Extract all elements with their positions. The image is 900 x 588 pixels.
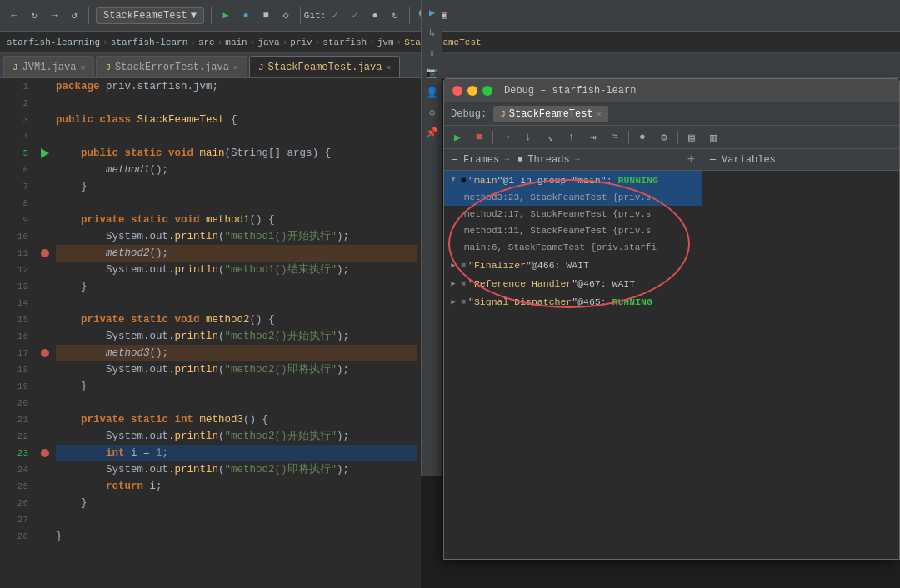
step-out-btn[interactable]: ↑ (562, 128, 582, 147)
settings-icon[interactable]: ⚙ (423, 103, 442, 122)
breakpoint-17[interactable] (41, 349, 49, 357)
force-step-btn[interactable]: ↘ (540, 128, 560, 147)
thread-icon-refhandler: ■ (461, 279, 466, 288)
bc-class[interactable]: StackFeameTest (404, 37, 481, 47)
code-line-18: System.out.println("method2()即将执行"); (56, 361, 418, 378)
bc-main[interactable]: main (225, 37, 247, 47)
bc-src[interactable]: src (198, 37, 215, 47)
thread-signal[interactable]: ▶ ■ "Signal Dispatcher"@465: RUNNING (444, 292, 702, 311)
resume-btn[interactable]: ▶ (448, 128, 468, 147)
settings-btn[interactable]: ⚙ (654, 128, 674, 147)
check-icon[interactable]: ✓ (328, 8, 342, 23)
tab-close-2[interactable]: ✕ (233, 62, 238, 72)
git-icon[interactable]: Git: (308, 8, 322, 23)
maximize-button[interactable] (482, 86, 492, 96)
stop-btn[interactable]: ■ (469, 128, 489, 147)
bc-java[interactable]: java (258, 37, 279, 47)
thread-finalizer[interactable]: ▶ ■ "Finalizer"@466: WAIT (444, 256, 702, 274)
project-name: StackFeameTest (103, 10, 188, 22)
tab-stackerror[interactable]: J StackErrorTest.java ✕ (96, 56, 247, 77)
ln-13: 13 (0, 278, 33, 295)
thread-refhandler[interactable]: ▶ ■ "Reference Handler"@467: WAIT (444, 274, 702, 292)
frame-method2[interactable]: method2:17, StackFeameTest {priv.s (444, 206, 702, 222)
ln-9: 9 (0, 212, 33, 228)
mute-btn[interactable]: ● (632, 128, 652, 147)
code-line-14 (56, 295, 418, 311)
bc-starfish-learn[interactable]: starfish-learn (111, 37, 188, 47)
bc-priv[interactable]: priv (290, 37, 312, 47)
ln-4: 4 (0, 128, 33, 145)
tab-close-3[interactable]: ✕ (386, 62, 391, 72)
tab-close-1[interactable]: ✕ (80, 62, 85, 72)
frames-panel: ☰ Frames → ■ Threads → + ▼ ■ "main"@1 in… (444, 149, 702, 559)
step-into-btn[interactable]: ↓ (518, 128, 538, 147)
code-line-6: method1(); (56, 162, 418, 178)
bp-14 (38, 295, 52, 311)
ln-16: 16 (0, 328, 33, 345)
run-cursor-btn[interactable]: ⇥ (583, 128, 603, 147)
frame-method3-text: method3:23, StackFeameTest {priv.s (464, 192, 651, 202)
bp-6 (38, 162, 52, 178)
camera-icon[interactable]: 📷 (423, 63, 442, 82)
step-into-icon[interactable]: ⇓ (423, 43, 442, 62)
layout-1-btn[interactable]: ▤ (682, 128, 702, 147)
bp-19 (38, 378, 52, 395)
forward-icon[interactable]: → (47, 8, 62, 23)
reload-icon[interactable]: ↻ (388, 8, 402, 23)
checkmark-icon[interactable]: ✓ (348, 8, 362, 23)
pin-icon[interactable]: 📌 (423, 123, 442, 142)
line-numbers: 1 2 3 4 5 6 7 8 9 10 11 12 13 14 15 16 1… (0, 78, 38, 588)
ln-22: 22 (0, 428, 33, 445)
ln-12: 12 (0, 262, 33, 278)
refresh-icon[interactable]: ↻ (27, 8, 42, 23)
coverage-icon[interactable]: ■ (258, 8, 273, 23)
debug-run-side-icon[interactable]: ▶ (423, 3, 442, 22)
timer-icon[interactable]: ● (368, 8, 382, 23)
bc-starfish[interactable]: starfish (322, 37, 367, 47)
frame-main-text: main:6, StackFeameTest {priv.starfi (464, 242, 657, 252)
debug-panel: Debug – starfish-learn Debug: J StackFea… (443, 78, 900, 560)
variables-content (702, 171, 899, 559)
frame-method1[interactable]: method1:11, StackFeameTest {priv.s (444, 222, 702, 239)
step-over-icon[interactable]: ↳ (423, 23, 442, 42)
bp-16 (38, 328, 52, 345)
refresh2-icon[interactable]: ↺ (67, 8, 82, 23)
close-button[interactable] (452, 86, 462, 96)
sep4 (409, 7, 410, 24)
breakpoint-23[interactable] (41, 449, 49, 457)
sep1 (88, 7, 89, 24)
minimize-button[interactable] (468, 86, 478, 96)
code-line-21: private static int method3() { (56, 411, 418, 428)
session-tab-stackfeame[interactable]: J StackFeameTest ✕ (493, 106, 608, 122)
ln-14: 14 (0, 295, 33, 311)
add-thread-btn[interactable]: + (687, 152, 695, 167)
layout-2-btn[interactable]: ▥ (703, 128, 723, 147)
thread-main[interactable]: ▼ ■ "main"@1 in group "main": RUNNING (444, 171, 702, 189)
bc-jvm[interactable]: jvm (378, 37, 394, 47)
ln-28: 28 (0, 528, 33, 545)
frames-header-icon: ☰ (451, 155, 458, 165)
bp-24 (38, 461, 52, 478)
editor-tabs: J JVM1.java ✕ J StackErrorTest.java ✕ J … (0, 53, 900, 78)
frame-main[interactable]: main:6, StackFeameTest {priv.starfi (444, 239, 702, 256)
back-icon[interactable]: ← (7, 8, 22, 23)
tab-stackfeame[interactable]: J StackFeameTest.java ✕ (249, 56, 400, 77)
person-icon[interactable]: 👤 (423, 83, 442, 102)
frame-method3[interactable]: method3:23, StackFeameTest {priv.s (444, 189, 702, 206)
profile-icon[interactable]: ◇ (278, 8, 293, 23)
eval-btn[interactable]: ≈ (605, 128, 625, 147)
project-selector[interactable]: StackFeameTest ▼ (96, 7, 204, 24)
thread-icon-signal: ■ (461, 297, 466, 306)
debug-icon[interactable]: ● (238, 8, 253, 23)
bp-17 (38, 345, 52, 361)
bc-starfish-learning[interactable]: starfish-learning (7, 37, 100, 47)
run-icon[interactable]: ▶ (218, 8, 233, 23)
breakpoint-11[interactable] (41, 249, 49, 257)
ln-6: 6 (0, 162, 33, 178)
tab-jvm1[interactable]: J JVM1.java ✕ (3, 56, 94, 77)
session-tab-close[interactable]: ✕ (597, 109, 602, 119)
session-tab-label: StackFeameTest (509, 108, 593, 120)
bp-20 (38, 395, 52, 411)
step-over-btn[interactable]: → (497, 128, 517, 147)
code-line-25: return i; (56, 478, 418, 495)
